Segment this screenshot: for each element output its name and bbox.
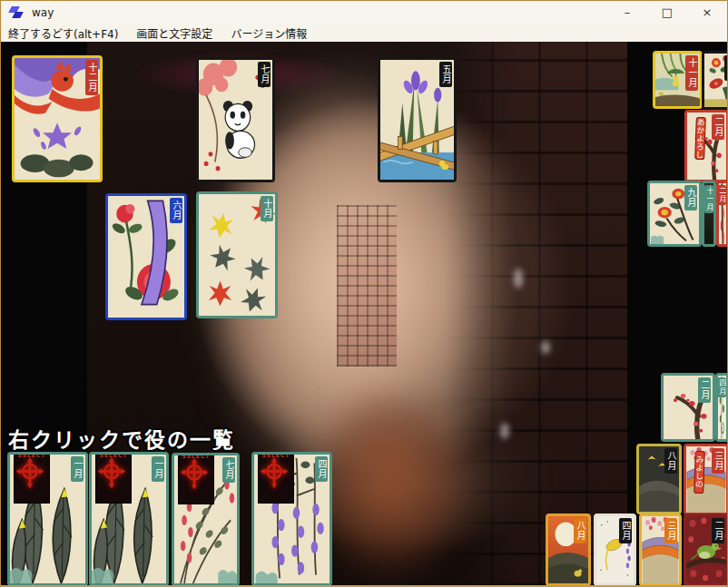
menu-item-exit[interactable]: 終了するどす(alt+F4)	[8, 25, 118, 41]
card-opp-november2[interactable]: 十一月	[702, 181, 716, 247]
card-field-may[interactable]: 五月	[378, 57, 457, 182]
card-month-tab: 八月	[574, 518, 587, 543]
game-area: 右クリックで役の一覧 十二月七月五月六月十月十一月寿九月二月あかよろし九月十一月…	[1, 42, 727, 586]
card-hand-january2[interactable]: 一月SELECT	[89, 452, 169, 586]
card-month-tab: 十一月	[704, 185, 713, 213]
card-opp-february4[interactable]: 二月	[716, 181, 727, 247]
card-opp-february3[interactable]: 二月あかよろし	[684, 110, 727, 182]
card-month-tab: 二月	[717, 185, 726, 205]
minimize-button[interactable]: –	[607, 1, 647, 24]
menu-item-display-settings[interactable]: 画面と文字設定	[136, 25, 212, 41]
card-opp-september2[interactable]: 寿九月	[702, 51, 727, 110]
card-hand-january1[interactable]: 一月SELECT	[7, 452, 88, 586]
card-hand-april[interactable]: 四月SELECT	[251, 452, 332, 586]
select-badge: SELECT	[178, 454, 214, 504]
card-month-tab: 二月	[712, 114, 725, 140]
card-month-tab: 一月	[71, 456, 84, 482]
card-month-tab: 四月	[619, 518, 633, 543]
menu-item-version-info[interactable]: バージョン情報	[231, 25, 307, 41]
card-field-december[interactable]: 十二月	[12, 55, 103, 182]
card-field-june[interactable]: 六月	[105, 193, 187, 320]
card-opp-april[interactable]: 四月	[594, 514, 636, 586]
card-month-tab: 四月	[717, 377, 726, 397]
card-opp-august2[interactable]: 八月	[636, 444, 682, 514]
card-month-tab: 七月	[258, 62, 271, 87]
card-month-tab: 九月	[684, 185, 698, 210]
card-month-tab: 二月	[712, 518, 725, 543]
maximize-button[interactable]: □	[647, 1, 687, 24]
title-bar[interactable]: way – □ ×	[1, 1, 727, 24]
poetry-ribbon: みよしの	[694, 451, 705, 494]
card-field-july[interactable]: 七月	[196, 57, 275, 182]
card-month-tab: 十月	[261, 196, 274, 221]
select-badge: SELECT	[14, 453, 50, 504]
mosaic-censor-overlay	[337, 205, 397, 367]
card-month-tab: 四月	[315, 456, 329, 482]
card-month-tab: 三月	[712, 448, 725, 474]
card-month-tab: 三月	[664, 518, 678, 543]
card-opp-march2[interactable]: 三月みよしの	[684, 444, 727, 515]
card-month-tab: 六月	[170, 198, 183, 223]
card-month-tab: 九月	[724, 55, 728, 81]
card-month-tab: 十二月	[85, 60, 99, 95]
close-button[interactable]: ×	[687, 1, 727, 24]
select-badge: SELECT	[95, 453, 132, 504]
card-month-tab: 八月	[664, 448, 678, 474]
window-title: way	[32, 6, 54, 19]
poetry-ribbon: あかよろし	[694, 117, 706, 161]
hint-text: 右クリックで役の一覧	[8, 423, 235, 454]
card-field-october[interactable]: 十月	[196, 191, 278, 318]
menu-bar: 終了するどす(alt+F4) 画面と文字設定 バージョン情報	[1, 24, 727, 42]
card-hand-july[interactable]: 七月SELECT	[172, 453, 240, 586]
select-badge: SELECT	[258, 453, 294, 504]
card-opp-february[interactable]: 二月	[661, 373, 715, 442]
card-opp-september[interactable]: 九月	[647, 181, 702, 247]
card-opp-march[interactable]: 三月	[639, 514, 682, 586]
app-window: way – □ × 終了するどす(alt+F4) 画面と文字設定 バージョン情報…	[0, 0, 728, 587]
card-opp-november[interactable]: 十一月	[653, 51, 703, 109]
card-month-tab: 七月	[222, 457, 236, 483]
card-opp-april2[interactable]: 四月	[715, 373, 727, 442]
card-opp-february2[interactable]: 二月	[684, 514, 727, 586]
card-month-tab: 一月	[152, 456, 165, 482]
card-month-tab: 十一月	[685, 55, 699, 91]
card-month-tab: 二月	[698, 377, 712, 403]
app-icon	[8, 5, 26, 20]
card-opp-august[interactable]: 八月	[546, 514, 591, 586]
card-month-tab: 五月	[439, 62, 453, 87]
